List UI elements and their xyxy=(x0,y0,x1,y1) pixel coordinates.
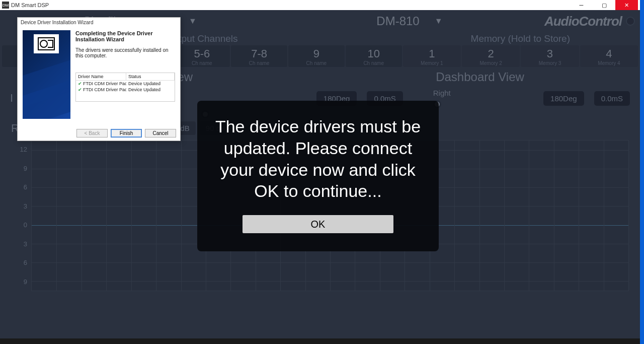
memory-tab[interactable]: 2Memory 2 xyxy=(462,45,520,67)
wizard-subtext: The drivers were successfully installed … xyxy=(75,47,175,58)
titlebar-text: DM Smart DSP xyxy=(11,2,570,8)
tab-label: 4 xyxy=(580,47,638,60)
wizard-finish-button[interactable]: Finish xyxy=(111,129,142,137)
tab-label: 9 xyxy=(288,47,345,60)
tab-sublabel: Memory 2 xyxy=(462,60,520,66)
memory-tab[interactable]: 1Memory 1 xyxy=(403,45,461,67)
y-tick-label: 6 xyxy=(11,259,27,266)
dashboard-view-title: Dashboard View xyxy=(320,70,640,84)
y-tick-label: 3 xyxy=(11,240,27,248)
check-icon: ✔ xyxy=(78,87,82,92)
close-button[interactable]: ✕ xyxy=(615,0,638,10)
wizard-driver-table: Driver Name Status ✔FTDI CDM Driver Pack… xyxy=(75,73,175,102)
cd-device-icon xyxy=(34,34,59,53)
tab-label: 10 xyxy=(346,47,402,60)
wizard-titlebar: Device Driver Installation Wizard xyxy=(18,18,180,27)
tab-label: 1 xyxy=(403,47,461,60)
tab-sublabel: Ch name xyxy=(346,60,402,66)
output-channel-tab[interactable]: 7-8Ch name xyxy=(231,45,287,67)
memory-tab[interactable]: 4Memory 4 xyxy=(580,45,638,67)
tab-label: 3 xyxy=(521,47,579,60)
svg-point-1 xyxy=(40,40,47,47)
tab-label: 7-8 xyxy=(231,47,287,60)
minimize-button[interactable]: ─ xyxy=(570,0,593,10)
output-channel-tab[interactable]: 10Ch name xyxy=(346,45,402,67)
check-icon: ✔ xyxy=(78,81,82,86)
connection-status-indicator xyxy=(626,17,635,26)
tab-sublabel: Memory 3 xyxy=(521,60,579,66)
maximize-button[interactable]: ▢ xyxy=(593,0,615,10)
wizard-back-button: < Back xyxy=(76,129,108,137)
tab-label: 2 xyxy=(462,47,520,60)
output-channel-tab[interactable]: 9Ch name xyxy=(288,45,345,67)
y-tick-label: 6 xyxy=(11,183,27,191)
right-label: Right xyxy=(433,89,451,97)
y-tick-label: 9 xyxy=(11,278,27,286)
driver-wizard-dialog: Device Driver Installation Wizard Comple… xyxy=(17,17,181,141)
tab-sublabel: Memory 4 xyxy=(580,60,638,66)
wizard-driver-row: ✔FTDI CDM Driver Packa…Device Updated xyxy=(76,81,175,87)
driver-update-modal: The device drivers must be updated. Plea… xyxy=(197,101,439,251)
device-dropdown[interactable]: DM-810 ▼ xyxy=(275,14,544,28)
phase-deg-value-2[interactable]: 180Deg xyxy=(543,91,584,106)
brand-logo: AudioControl xyxy=(544,14,622,29)
chevron-down-icon: ▼ xyxy=(435,17,443,26)
device-label: DM-810 xyxy=(376,14,419,28)
y-tick-label: 3 xyxy=(11,202,27,210)
y-tick-label: 0 xyxy=(11,221,27,229)
output-channel-tab[interactable]: 5-6Ch name xyxy=(174,45,230,67)
tab-label: 5-6 xyxy=(174,47,230,60)
wizard-side-graphic xyxy=(23,30,70,119)
wizard-cancel-button[interactable]: Cancel xyxy=(145,129,176,137)
tab-sublabel: Ch name xyxy=(174,60,230,66)
chevron-down-icon: ▼ xyxy=(189,17,197,26)
modal-ok-button[interactable]: OK xyxy=(243,215,393,233)
app-icon: DM xyxy=(2,2,9,9)
y-tick-label: 12 xyxy=(11,146,27,153)
tab-sublabel: Ch name xyxy=(231,60,287,66)
col-driver-name: Driver Name xyxy=(76,73,126,80)
tab-sublabel: Ch name xyxy=(288,60,345,66)
wizard-driver-row: ✔FTDI CDM Driver Packa…Device Updated xyxy=(76,87,175,93)
tab-sublabel: Memory 1 xyxy=(403,60,461,66)
wizard-heading: Completing the Device Driver Installatio… xyxy=(75,30,175,42)
titlebar: DM DM Smart DSP ─ ▢ ✕ xyxy=(0,0,640,10)
col-status: Status xyxy=(126,73,175,80)
modal-message: The device drivers must be updated. Plea… xyxy=(212,116,424,202)
delay-ms-value-2[interactable]: 0.0mS xyxy=(594,91,630,106)
memory-title: Memory (Hold to Store) xyxy=(403,32,638,45)
taskbar[interactable] xyxy=(0,338,640,344)
y-tick-label: 9 xyxy=(11,165,27,172)
memory-tab[interactable]: 3Memory 3 xyxy=(521,45,579,67)
